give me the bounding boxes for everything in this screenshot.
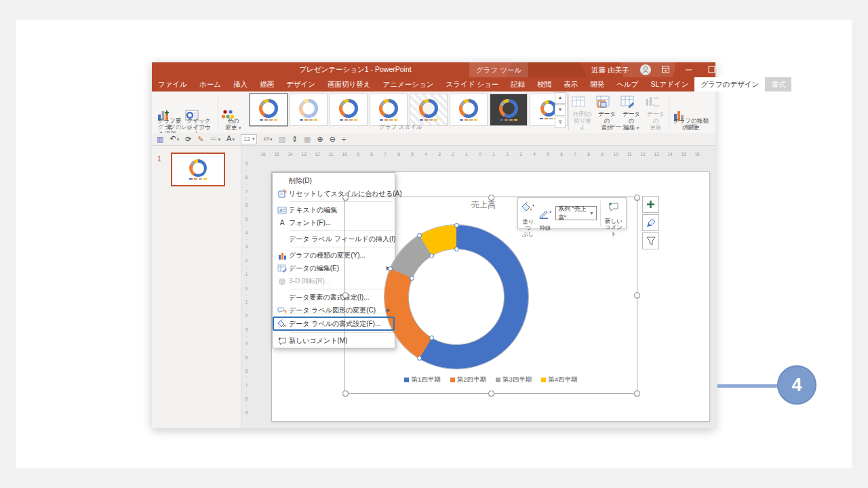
chart-style-thumb-2[interactable] [290, 94, 328, 126]
data-point-handle[interactable] [388, 266, 393, 271]
data-point-handle[interactable] [417, 233, 422, 238]
redo-icon[interactable]: ⟳ [185, 133, 191, 146]
new-comment-button[interactable]: 新しい コメント [604, 189, 623, 237]
gallery-up-icon[interactable]: ▲ [555, 92, 566, 104]
funnel-icon [646, 237, 656, 245]
gallery-more-icon[interactable]: ⊽ [555, 117, 566, 128]
zoom-out-icon[interactable]: ⊖ [330, 133, 336, 146]
chart-style-thumb-7[interactable] [490, 94, 528, 126]
resize-handle[interactable] [488, 390, 494, 396]
mini-legend [420, 119, 437, 121]
resize-handle[interactable] [342, 292, 349, 298]
ruler-tick: 7 [380, 152, 390, 157]
ruler-tick: 14 [665, 152, 675, 157]
change-colors-button[interactable]: 色の 変更 ▾ [220, 94, 246, 129]
tab-13[interactable]: SLアドイン [645, 77, 695, 92]
tab-0[interactable]: ファイル [152, 77, 193, 92]
data-point-handle[interactable] [454, 247, 459, 251]
series-selector-combobox[interactable]: 系列 "売上高"▼ [555, 206, 597, 220]
maximize-icon[interactable] [708, 66, 716, 74]
resize-handle[interactable] [342, 390, 349, 396]
tab-7[interactable]: スライド ショー [439, 77, 505, 92]
tab-1[interactable]: ホーム [193, 77, 227, 92]
tab-3[interactable]: 描画 [254, 77, 280, 92]
avatar[interactable] [640, 64, 651, 75]
slide-canvas[interactable]: 売上高 第1四半期第2四半期第3四半期第4四半期 ▾ 塗りつ ぶし ▾ [271, 171, 710, 422]
tellme-button[interactable]: 何をしますか [791, 77, 820, 92]
mini-legend [340, 119, 357, 121]
chart-style-thumb-5[interactable] [410, 94, 448, 126]
menu-item-0[interactable]: 削除(D) [273, 174, 395, 187]
resize-handle[interactable] [488, 195, 494, 201]
ribbon: グラフ要素 を追加 ▾ クイック レイアウト ▾ グラフのレイアウト 色の 変更… [152, 92, 715, 134]
tab-12[interactable]: ヘルプ [610, 77, 644, 92]
ink-icon[interactable]: ✎ [197, 133, 203, 146]
resize-handle[interactable] [634, 195, 640, 201]
tab-10[interactable]: 表示 [557, 77, 584, 92]
menu-item-label: テキストの編集 [289, 205, 391, 215]
legend-item[interactable]: 第1四半期 [404, 375, 440, 384]
chart-filters-button[interactable] [642, 232, 659, 249]
ribbon-display-options-icon[interactable] [662, 66, 670, 74]
menu-item-4[interactable]: Aフォント(F)... [273, 216, 395, 229]
menu-item-8[interactable]: グラフの種類の変更(Y)... [273, 249, 395, 262]
tab-15[interactable]: 書式 [765, 77, 791, 92]
legend-item[interactable]: 第2四半期 [450, 375, 486, 384]
menu-item-14[interactable]: データ ラベルの書式設定(F)... [273, 317, 395, 331]
chart-style-thumb-1[interactable] [250, 94, 288, 126]
overflow-icon[interactable]: ÷ [342, 133, 346, 146]
tab-4[interactable]: デザイン [280, 77, 321, 92]
tab-2[interactable]: 挿入 [227, 77, 254, 92]
menu-item-1[interactable]: リセットしてスタイルに合わせる(A) [273, 187, 395, 200]
menu-item-12[interactable]: データ要素の書式設定(I)... [273, 291, 395, 304]
chart-style-thumb-6[interactable] [450, 94, 488, 126]
tab-14[interactable]: グラフのデザイン [694, 77, 765, 92]
chart-title[interactable]: 売上高 [450, 199, 517, 211]
menu-item-10: 3-D 回転(R)... [273, 274, 395, 287]
minimize-icon[interactable] [685, 66, 693, 74]
tab-5[interactable]: 画面切り替え [321, 77, 377, 92]
data-point-handle[interactable] [454, 223, 459, 228]
zoom-in-icon[interactable]: ⊕ [317, 133, 323, 146]
shape-icon[interactable]: ▱▾ [263, 132, 272, 146]
menu-item-16[interactable]: 新しいコメント(M) [273, 334, 395, 347]
tab-6[interactable]: アニメーション [376, 77, 439, 92]
ruler-tick: 10 [340, 152, 349, 157]
data-point-handle[interactable] [429, 253, 434, 258]
chart-elements-button[interactable] [642, 196, 659, 213]
gallery-down-icon[interactable]: ▼ [555, 104, 566, 116]
mini-legend [300, 119, 317, 121]
change-shape-icon [275, 306, 289, 315]
outline-button[interactable]: ▾ 枠線 [538, 195, 552, 231]
tab-8[interactable]: 記録 [505, 77, 531, 92]
chart-styles-button[interactable] [642, 214, 659, 231]
no-icon [275, 176, 289, 186]
tab-11[interactable]: 開発 [584, 77, 610, 92]
slide-number: 1 [157, 155, 161, 163]
legend-item[interactable]: 第3四半期 [496, 375, 532, 384]
data-point-handle[interactable] [410, 276, 414, 281]
undo-icon[interactable]: ↶▾ [170, 132, 179, 146]
chart-style-thumb-3[interactable] [330, 94, 368, 126]
ruler-tick: 9 [597, 152, 607, 157]
tab-9[interactable]: 校閲 [531, 77, 557, 92]
ruler-tick: 13 [652, 152, 661, 157]
chart-style-thumb-4[interactable] [370, 94, 408, 126]
mini-doughnut [299, 99, 318, 118]
resize-handle[interactable] [634, 292, 640, 298]
menu-item-13[interactable]: データ ラベル図形の変更(C)▶ [273, 304, 395, 317]
fill-button[interactable]: ▾ 塗りつ ぶし [521, 188, 535, 237]
font-size-combobox[interactable]: 12▾ [241, 134, 258, 144]
menu-item-6[interactable]: データ ラベル フィールドの挿入(I) [273, 232, 395, 245]
line-spacing-icon[interactable]: ⇕ [292, 133, 298, 146]
save-icon[interactable]: ▥ [157, 133, 163, 146]
chart-legend[interactable]: 第1四半期第2四半期第3四半期第4四半期 [369, 375, 613, 384]
menu-item-3[interactable]: Aテキストの編集 [273, 203, 395, 216]
slide-thumbnail[interactable] [171, 152, 225, 186]
font-color-icon[interactable]: A▾ [226, 132, 235, 146]
svg-text:▾: ▾ [532, 203, 534, 207]
resize-handle[interactable] [634, 390, 640, 396]
legend-item[interactable]: 第4四半期 [541, 375, 577, 384]
menu-item-9[interactable]: データの編集(E)▶ [273, 262, 395, 274]
resize-handle[interactable] [342, 195, 349, 201]
